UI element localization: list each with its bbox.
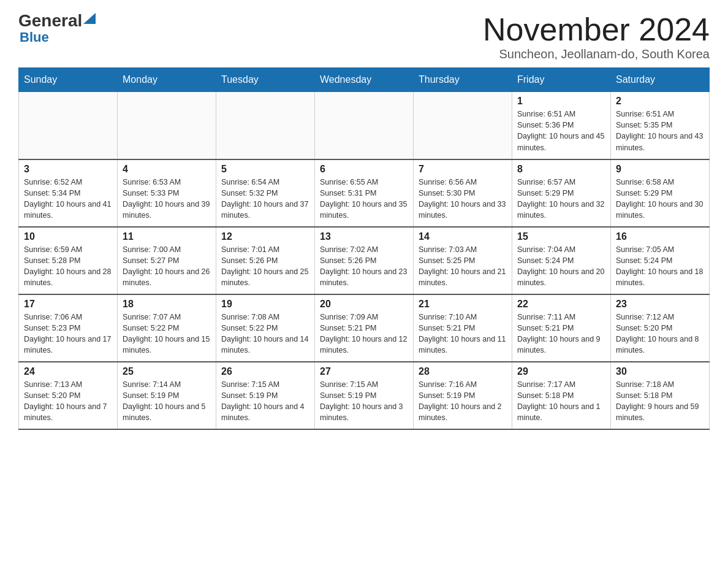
day-number: 22	[517, 299, 605, 310]
svg-marker-0	[83, 13, 96, 24]
day-number: 14	[419, 231, 507, 242]
day-info: Sunrise: 7:18 AM Sunset: 5:18 PM Dayligh…	[616, 379, 704, 424]
calendar-cell: 27Sunrise: 7:15 AM Sunset: 5:19 PM Dayli…	[315, 362, 414, 429]
day-number: 12	[221, 231, 309, 242]
day-number: 23	[616, 299, 704, 310]
day-info: Sunrise: 7:17 AM Sunset: 5:18 PM Dayligh…	[517, 379, 605, 424]
day-number: 7	[419, 164, 507, 175]
day-info: Sunrise: 7:14 AM Sunset: 5:19 PM Dayligh…	[123, 379, 211, 424]
calendar-cell: 15Sunrise: 7:04 AM Sunset: 5:24 PM Dayli…	[512, 227, 611, 294]
calendar-cell: 8Sunrise: 6:57 AM Sunset: 5:29 PM Daylig…	[512, 159, 611, 227]
calendar-cell: 28Sunrise: 7:16 AM Sunset: 5:19 PM Dayli…	[414, 362, 512, 429]
day-info: Sunrise: 7:06 AM Sunset: 5:23 PM Dayligh…	[24, 312, 112, 356]
weekday-header-monday: Monday	[118, 68, 216, 92]
calendar-cell: 2Sunrise: 6:51 AM Sunset: 5:35 PM Daylig…	[611, 92, 710, 159]
day-number: 10	[24, 231, 112, 242]
calendar-cell: 16Sunrise: 7:05 AM Sunset: 5:24 PM Dayli…	[611, 227, 710, 294]
day-number: 11	[123, 231, 211, 242]
day-info: Sunrise: 7:15 AM Sunset: 5:19 PM Dayligh…	[320, 379, 408, 424]
calendar-cell: 24Sunrise: 7:13 AM Sunset: 5:20 PM Dayli…	[19, 362, 118, 429]
day-number: 4	[123, 164, 211, 175]
calendar-cell: 21Sunrise: 7:10 AM Sunset: 5:21 PM Dayli…	[414, 294, 512, 362]
day-number: 21	[419, 299, 507, 310]
calendar-cell: 6Sunrise: 6:55 AM Sunset: 5:31 PM Daylig…	[315, 159, 414, 227]
calendar-cell: 1Sunrise: 6:51 AM Sunset: 5:36 PM Daylig…	[512, 92, 611, 159]
day-info: Sunrise: 7:12 AM Sunset: 5:20 PM Dayligh…	[616, 312, 704, 356]
day-number: 30	[616, 366, 704, 377]
day-info: Sunrise: 7:09 AM Sunset: 5:21 PM Dayligh…	[320, 312, 408, 356]
logo-general-text: General	[18, 12, 82, 29]
calendar-cell: 20Sunrise: 7:09 AM Sunset: 5:21 PM Dayli…	[315, 294, 414, 362]
calendar-week-row: 24Sunrise: 7:13 AM Sunset: 5:20 PM Dayli…	[19, 362, 710, 429]
calendar-week-row: 3Sunrise: 6:52 AM Sunset: 5:34 PM Daylig…	[19, 159, 710, 227]
calendar-cell: 7Sunrise: 6:56 AM Sunset: 5:30 PM Daylig…	[414, 159, 512, 227]
day-info: Sunrise: 6:51 AM Sunset: 5:35 PM Dayligh…	[616, 109, 704, 153]
day-info: Sunrise: 7:02 AM Sunset: 5:26 PM Dayligh…	[320, 244, 408, 289]
calendar-cell: 25Sunrise: 7:14 AM Sunset: 5:19 PM Dayli…	[118, 362, 216, 429]
weekday-header-sunday: Sunday	[19, 68, 118, 92]
day-number: 28	[419, 366, 507, 377]
day-number: 19	[221, 299, 309, 310]
calendar-cell: 10Sunrise: 6:59 AM Sunset: 5:28 PM Dayli…	[19, 227, 118, 294]
day-number: 13	[320, 231, 408, 242]
calendar-cell: 4Sunrise: 6:53 AM Sunset: 5:33 PM Daylig…	[118, 159, 216, 227]
calendar-cell: 11Sunrise: 7:00 AM Sunset: 5:27 PM Dayli…	[118, 227, 216, 294]
weekday-header-thursday: Thursday	[414, 68, 512, 92]
page-header: General Blue November 2024 Suncheon, Jeo…	[18, 12, 710, 61]
day-info: Sunrise: 7:05 AM Sunset: 5:24 PM Dayligh…	[616, 244, 704, 289]
calendar-cell: 30Sunrise: 7:18 AM Sunset: 5:18 PM Dayli…	[611, 362, 710, 429]
day-info: Sunrise: 6:52 AM Sunset: 5:34 PM Dayligh…	[24, 177, 112, 221]
day-number: 20	[320, 299, 408, 310]
day-info: Sunrise: 7:13 AM Sunset: 5:20 PM Dayligh…	[24, 379, 112, 424]
weekday-header-friday: Friday	[512, 68, 611, 92]
calendar-cell: 17Sunrise: 7:06 AM Sunset: 5:23 PM Dayli…	[19, 294, 118, 362]
calendar-cell: 19Sunrise: 7:08 AM Sunset: 5:22 PM Dayli…	[216, 294, 315, 362]
calendar-week-row: 1Sunrise: 6:51 AM Sunset: 5:36 PM Daylig…	[19, 92, 710, 159]
day-number: 5	[221, 164, 309, 175]
calendar-cell: 12Sunrise: 7:01 AM Sunset: 5:26 PM Dayli…	[216, 227, 315, 294]
calendar-cell: 23Sunrise: 7:12 AM Sunset: 5:20 PM Dayli…	[611, 294, 710, 362]
day-number: 26	[221, 366, 309, 377]
weekday-header-wednesday: Wednesday	[315, 68, 414, 92]
calendar-cell: 3Sunrise: 6:52 AM Sunset: 5:34 PM Daylig…	[19, 159, 118, 227]
calendar-cell: 9Sunrise: 6:58 AM Sunset: 5:29 PM Daylig…	[611, 159, 710, 227]
day-number: 2	[616, 96, 704, 107]
day-info: Sunrise: 7:00 AM Sunset: 5:27 PM Dayligh…	[123, 244, 211, 289]
calendar-cell	[315, 92, 414, 159]
day-info: Sunrise: 6:53 AM Sunset: 5:33 PM Dayligh…	[123, 177, 211, 221]
day-info: Sunrise: 6:55 AM Sunset: 5:31 PM Dayligh…	[320, 177, 408, 221]
day-info: Sunrise: 7:01 AM Sunset: 5:26 PM Dayligh…	[221, 244, 309, 289]
day-info: Sunrise: 7:10 AM Sunset: 5:21 PM Dayligh…	[419, 312, 507, 356]
logo-blue-text: Blue	[20, 29, 49, 45]
day-number: 6	[320, 164, 408, 175]
weekday-header-tuesday: Tuesday	[216, 68, 315, 92]
calendar-cell: 18Sunrise: 7:07 AM Sunset: 5:22 PM Dayli…	[118, 294, 216, 362]
calendar-table: SundayMondayTuesdayWednesdayThursdayFrid…	[18, 67, 710, 430]
calendar-week-row: 17Sunrise: 7:06 AM Sunset: 5:23 PM Dayli…	[19, 294, 710, 362]
calendar-cell: 14Sunrise: 7:03 AM Sunset: 5:25 PM Dayli…	[414, 227, 512, 294]
day-number: 17	[24, 299, 112, 310]
day-info: Sunrise: 6:59 AM Sunset: 5:28 PM Dayligh…	[24, 244, 112, 289]
day-info: Sunrise: 7:07 AM Sunset: 5:22 PM Dayligh…	[123, 312, 211, 356]
day-info: Sunrise: 6:58 AM Sunset: 5:29 PM Dayligh…	[616, 177, 704, 221]
day-number: 29	[517, 366, 605, 377]
logo: General Blue	[18, 12, 96, 45]
calendar-cell: 29Sunrise: 7:17 AM Sunset: 5:18 PM Dayli…	[512, 362, 611, 429]
calendar-cell	[414, 92, 512, 159]
day-info: Sunrise: 7:04 AM Sunset: 5:24 PM Dayligh…	[517, 244, 605, 289]
weekday-header-saturday: Saturday	[611, 68, 710, 92]
day-number: 3	[24, 164, 112, 175]
day-info: Sunrise: 7:16 AM Sunset: 5:19 PM Dayligh…	[419, 379, 507, 424]
day-info: Sunrise: 7:03 AM Sunset: 5:25 PM Dayligh…	[419, 244, 507, 289]
weekday-header-row: SundayMondayTuesdayWednesdayThursdayFrid…	[19, 68, 710, 92]
calendar-cell	[118, 92, 216, 159]
day-number: 24	[24, 366, 112, 377]
logo-arrow-icon	[83, 13, 96, 24]
calendar-cell: 13Sunrise: 7:02 AM Sunset: 5:26 PM Dayli…	[315, 227, 414, 294]
location-subtitle: Suncheon, Jeollanam-do, South Korea	[483, 47, 710, 61]
month-title: November 2024	[483, 12, 710, 47]
calendar-cell: 22Sunrise: 7:11 AM Sunset: 5:21 PM Dayli…	[512, 294, 611, 362]
day-info: Sunrise: 6:56 AM Sunset: 5:30 PM Dayligh…	[419, 177, 507, 221]
day-number: 18	[123, 299, 211, 310]
calendar-cell: 5Sunrise: 6:54 AM Sunset: 5:32 PM Daylig…	[216, 159, 315, 227]
